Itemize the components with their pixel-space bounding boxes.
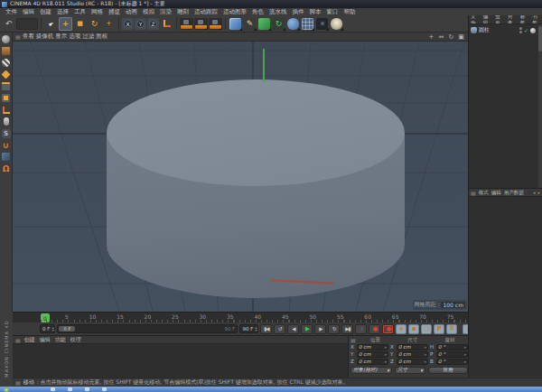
- object-row-cylinder[interactable]: 圆柱 ✓: [471, 26, 536, 34]
- viewport-menu-item[interactable]: 摄像机: [36, 33, 54, 41]
- frame-slider-handle[interactable]: 0 F: [59, 326, 75, 331]
- render-settings-button[interactable]: [209, 18, 222, 30]
- history-forward-icon[interactable]: ▸: [537, 190, 540, 195]
- size-z-field[interactable]: 0 cm▸: [397, 359, 428, 365]
- spline-pen-button[interactable]: ✎: [243, 17, 257, 31]
- timeline-ruler[interactable]: 0 51015202530354045505560657075808590: [13, 312, 542, 322]
- attribute-menu-item[interactable]: 编辑: [491, 190, 501, 196]
- phong-tag-icon[interactable]: [530, 28, 536, 33]
- viewport-canvas[interactable]: 网格间距 : 100 cm: [13, 42, 468, 312]
- render-picture-viewer-button[interactable]: [194, 18, 208, 30]
- key-rotation-toggle[interactable]: ○: [421, 324, 432, 334]
- lock-workplane-button[interactable]: Ω: [1, 163, 12, 173]
- taskbar-app-icon[interactable]: [85, 387, 89, 391]
- viewport-menu-item[interactable]: 显示: [55, 33, 67, 41]
- attribute-menu-item[interactable]: 模式: [479, 190, 489, 196]
- viewport-solo-button[interactable]: [1, 117, 12, 126]
- volume-button[interactable]: [286, 17, 300, 31]
- taskbar-app-icon[interactable]: [68, 387, 72, 391]
- render-view-button[interactable]: [180, 18, 193, 30]
- material-menu-item[interactable]: 编辑: [40, 336, 51, 344]
- enabled-check-icon[interactable]: ✓: [524, 27, 528, 33]
- object-name[interactable]: 圆柱: [479, 26, 490, 34]
- redo-slot[interactable]: [16, 18, 38, 30]
- last-tool-button[interactable]: +: [102, 17, 116, 31]
- enable-axis-button[interactable]: [1, 105, 12, 115]
- attribute-menu-item[interactable]: 用户数据: [504, 190, 524, 196]
- start-orb-icon[interactable]: [4, 387, 9, 392]
- goto-end-button[interactable]: ▶▮: [341, 324, 353, 334]
- zoom-view-icon[interactable]: ⇔: [437, 33, 445, 41]
- viewport-menu-item[interactable]: 选项: [69, 33, 80, 41]
- autokey-button[interactable]: ●: [382, 324, 394, 334]
- scale-tool-button[interactable]: ■: [73, 17, 87, 31]
- subdivision-surface-button[interactable]: [257, 17, 271, 31]
- taskbar-app-icon[interactable]: [51, 387, 55, 391]
- position-y-field[interactable]: 0 cm▸: [357, 351, 388, 358]
- rotation-p-field[interactable]: 0 °▸: [436, 351, 468, 358]
- size-mode-select[interactable]: 尺寸▾: [395, 367, 425, 374]
- apply-button[interactable]: 应用: [428, 367, 468, 374]
- snap-toggle-button[interactable]: S: [1, 128, 12, 138]
- key-pla-toggle[interactable]: ⠿: [446, 324, 457, 334]
- next-frame-button[interactable]: ▶: [314, 324, 326, 334]
- material-menu-item[interactable]: 功能: [55, 336, 66, 344]
- deformer-button[interactable]: ↻: [272, 17, 285, 31]
- points-mode-button[interactable]: [1, 70, 12, 79]
- size-x-field[interactable]: 0 cm▸: [397, 344, 428, 350]
- play-button[interactable]: ▶: [301, 324, 313, 334]
- key-scale-toggle[interactable]: ▪: [408, 324, 419, 334]
- rotation-b-field[interactable]: 0 °▸: [436, 359, 468, 365]
- object-manager-menu-item[interactable]: 标签: [520, 15, 530, 23]
- rotation-h-field[interactable]: 0 °▸: [436, 344, 468, 350]
- polygons-mode-button[interactable]: [1, 93, 12, 103]
- stepper-icons[interactable]: ▴▾: [51, 325, 54, 332]
- workplane-mode-button[interactable]: [1, 152, 12, 162]
- position-x-field[interactable]: 0 cm▸: [357, 344, 388, 350]
- toggle-view-icon[interactable]: ▣: [457, 33, 465, 41]
- camera-button[interactable]: [315, 17, 329, 31]
- object-manager-menu-item[interactable]: 书签: [532, 15, 542, 23]
- key-position-toggle[interactable]: +: [396, 324, 406, 334]
- viewport-menu-item[interactable]: 过滤: [82, 33, 94, 41]
- object-manager[interactable]: 圆柱 ✓: [469, 23, 542, 188]
- viewport-menu-item[interactable]: 面板: [96, 33, 107, 41]
- texture-mode-button[interactable]: [1, 58, 12, 68]
- windows-taskbar[interactable]: [0, 387, 542, 392]
- light-button[interactable]: [330, 17, 343, 31]
- object-manager-scrollbar[interactable]: [538, 24, 542, 188]
- frame-range-slider[interactable]: 0 F 90 F: [57, 324, 238, 333]
- loop-button[interactable]: ↻: [328, 324, 340, 334]
- magnet-snap-button[interactable]: ∪: [1, 140, 12, 150]
- z-axis-lock-button[interactable]: Z: [147, 18, 159, 30]
- key-parameter-toggle[interactable]: P: [434, 324, 444, 334]
- y-axis-lock-button[interactable]: Y: [135, 18, 146, 30]
- cylinder-object-top[interactable]: [107, 79, 405, 186]
- coordinate-system-button[interactable]: [160, 17, 173, 31]
- coordinate-system-select[interactable]: 对象(相对)▾: [350, 367, 392, 374]
- rotate-tool-button[interactable]: ↻: [88, 17, 101, 31]
- x-axis-lock-button[interactable]: X: [122, 18, 134, 30]
- object-manager-menu-item[interactable]: 编辑: [483, 15, 493, 23]
- visibility-dots-icon[interactable]: [519, 27, 522, 33]
- stepper-icons[interactable]: ▴▾: [255, 325, 257, 332]
- edges-mode-button[interactable]: [1, 81, 12, 91]
- size-y-field[interactable]: 0 cm▸: [397, 351, 428, 358]
- orbit-view-icon[interactable]: ↻: [447, 33, 455, 41]
- goto-start-button[interactable]: ▮◀: [260, 324, 272, 334]
- environment-button[interactable]: [301, 17, 314, 31]
- end-frame-field[interactable]: 90 F ▴▾: [239, 324, 258, 333]
- undo-button[interactable]: ↶: [2, 17, 15, 31]
- make-editable-button[interactable]: [1, 34, 12, 44]
- material-menu-item[interactable]: 创建: [24, 336, 35, 344]
- taskbar-app-icon[interactable]: [102, 387, 107, 391]
- selection-tool-button[interactable]: ►: [44, 17, 58, 31]
- record-key-button[interactable]: ∕: [355, 324, 367, 334]
- y-axis-handle[interactable]: [263, 49, 265, 82]
- object-manager-menu-item[interactable]: 对象: [508, 15, 518, 23]
- history-back-icon[interactable]: ◂: [533, 190, 536, 195]
- play-backwards-button[interactable]: ↺: [274, 324, 285, 334]
- move-tool-button[interactable]: +: [59, 17, 72, 31]
- object-manager-menu-item[interactable]: 查看: [495, 15, 505, 23]
- model-mode-button[interactable]: [1, 46, 12, 56]
